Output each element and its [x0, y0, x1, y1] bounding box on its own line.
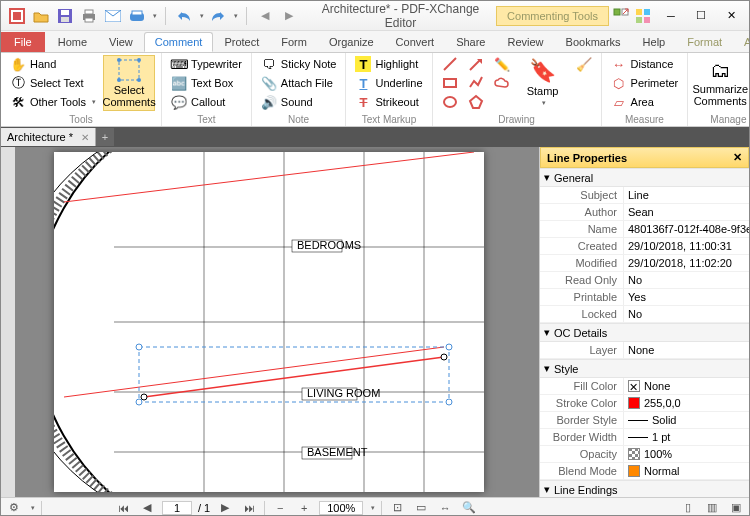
- prop-author-value[interactable]: Sean: [624, 204, 749, 220]
- zoom-input[interactable]: [319, 501, 363, 515]
- scan-icon[interactable]: [127, 6, 147, 26]
- sticky-note-tool[interactable]: 🗨Sticky Note: [258, 55, 340, 73]
- ui-options-icon[interactable]: [633, 6, 653, 26]
- area-tool[interactable]: ▱Area: [608, 93, 682, 111]
- zoom-in-button[interactable]: +: [295, 500, 313, 516]
- section-general[interactable]: ▾ General: [540, 168, 749, 187]
- sound-icon: 🔊: [261, 94, 277, 110]
- stamp-tool[interactable]: 🔖 Stamp▾: [517, 55, 569, 111]
- tab-form[interactable]: Form: [270, 32, 318, 52]
- tab-organize[interactable]: Organize: [318, 32, 385, 52]
- arrow-shape-tool[interactable]: [465, 55, 487, 73]
- prop-borderwidth-value[interactable]: 1 pt: [624, 429, 749, 445]
- nav-back-icon[interactable]: ◀: [255, 6, 275, 26]
- section-endings[interactable]: ▾ Line Endings: [540, 480, 749, 497]
- tab-arrange[interactable]: Arrange: [733, 32, 750, 52]
- distance-tool[interactable]: ↔Distance: [608, 55, 682, 73]
- prop-printable-value[interactable]: Yes: [624, 289, 749, 305]
- prop-stroke-value[interactable]: 255,0,0: [624, 395, 749, 411]
- zoom-out-button[interactable]: −: [271, 500, 289, 516]
- email-icon[interactable]: [103, 6, 123, 26]
- section-style[interactable]: ▾ Style: [540, 359, 749, 378]
- tab-bookmarks[interactable]: Bookmarks: [555, 32, 632, 52]
- polygon-tool[interactable]: [465, 93, 487, 111]
- attach-file-tool[interactable]: 📎Attach File: [258, 74, 340, 92]
- section-oc[interactable]: ▾ OC Details: [540, 323, 749, 342]
- zoom-selection-icon[interactable]: 🔍: [460, 500, 478, 516]
- next-page-button[interactable]: ▶: [216, 500, 234, 516]
- fit-width-icon[interactable]: ↔: [436, 500, 454, 516]
- fit-page-icon[interactable]: ▭: [412, 500, 430, 516]
- prop-locked-value[interactable]: No: [624, 306, 749, 322]
- oval-shape-tool[interactable]: [439, 93, 461, 111]
- layout-single-icon[interactable]: ▯: [679, 500, 697, 516]
- tab-protect[interactable]: Protect: [213, 32, 270, 52]
- prop-name-value[interactable]: 480136f7-012f-408e-9f3e21bf6...: [624, 221, 749, 237]
- close-tab-icon[interactable]: ✕: [81, 132, 89, 143]
- layout-continuous-icon[interactable]: ▥: [703, 500, 721, 516]
- prop-blend-value[interactable]: Normal: [624, 463, 749, 479]
- cloud-tool[interactable]: [491, 74, 513, 92]
- strikeout-tool[interactable]: TStrikeout: [352, 93, 425, 111]
- document-canvas[interactable]: BEDROOMS LIVING ROOM BASEMENT: [15, 147, 523, 497]
- print-icon[interactable]: [79, 6, 99, 26]
- prop-fill-value[interactable]: ✕None: [624, 378, 749, 394]
- prop-opacity-value[interactable]: 100%: [624, 446, 749, 462]
- sound-tool[interactable]: 🔊Sound: [258, 93, 340, 111]
- typewriter-tool[interactable]: ⌨Typewriter: [168, 55, 245, 73]
- prev-page-button[interactable]: ◀: [138, 500, 156, 516]
- prop-borderstyle-value[interactable]: Solid: [624, 412, 749, 428]
- nav-fwd-icon[interactable]: ▶: [279, 6, 299, 26]
- tab-help[interactable]: Help: [632, 32, 677, 52]
- redo-icon[interactable]: [208, 6, 228, 26]
- line-shape-tool[interactable]: [439, 55, 461, 73]
- highlight-tool[interactable]: THighlight: [352, 55, 425, 73]
- fit-actual-icon[interactable]: ⊡: [388, 500, 406, 516]
- tab-review[interactable]: Review: [496, 32, 554, 52]
- pencil-tool[interactable]: ✏️: [491, 55, 513, 73]
- add-tab-button[interactable]: +: [96, 128, 114, 146]
- properties-close-icon[interactable]: ✕: [733, 151, 742, 164]
- vertical-scrollbar[interactable]: [523, 147, 539, 497]
- prop-layer-value[interactable]: None: [624, 342, 749, 358]
- perimeter-tool[interactable]: ⬡Perimeter: [608, 74, 682, 92]
- tab-file[interactable]: File: [1, 32, 45, 52]
- svg-text:BEDROOMS: BEDROOMS: [297, 239, 361, 251]
- launch-app-icon[interactable]: [611, 6, 631, 26]
- tab-convert[interactable]: Convert: [385, 32, 446, 52]
- hand-tool[interactable]: ✋Hand: [7, 55, 99, 73]
- polyline-tool[interactable]: [465, 74, 487, 92]
- eraser-tool[interactable]: 🧹: [573, 55, 595, 73]
- layout-facing-icon[interactable]: ▣: [727, 500, 745, 516]
- tab-share[interactable]: Share: [445, 32, 496, 52]
- minimize-button[interactable]: ─: [657, 6, 685, 26]
- first-page-button[interactable]: ⏮: [114, 500, 132, 516]
- textbox-tool[interactable]: 🔤Text Box: [168, 74, 245, 92]
- tab-view[interactable]: View: [98, 32, 144, 52]
- page-input[interactable]: [162, 501, 192, 515]
- select-comments-tool[interactable]: Select Comments: [103, 55, 155, 111]
- summarize-comments[interactable]: 🗂 Summarize Comments: [694, 55, 746, 111]
- qat-more-icon[interactable]: ▾: [153, 12, 157, 20]
- undo-icon[interactable]: [174, 6, 194, 26]
- redo-dropdown[interactable]: ▾: [234, 12, 238, 20]
- document-tab[interactable]: Architecture * ✕: [1, 128, 96, 146]
- rect-shape-tool[interactable]: [439, 74, 461, 92]
- maximize-button[interactable]: ☐: [687, 6, 715, 26]
- underline-tool[interactable]: TUnderline: [352, 74, 425, 92]
- tab-format[interactable]: Format: [676, 32, 733, 52]
- close-button[interactable]: ✕: [717, 6, 745, 26]
- prop-subject-value[interactable]: Line: [624, 187, 749, 203]
- select-text-label: Select Text: [30, 77, 84, 89]
- tab-home[interactable]: Home: [47, 32, 98, 52]
- select-text-tool[interactable]: ⓉSelect Text: [7, 74, 99, 92]
- callout-tool[interactable]: 💬Callout: [168, 93, 245, 111]
- other-tools[interactable]: 🛠Other Tools▾: [7, 93, 99, 111]
- options-gear-icon[interactable]: ⚙: [5, 500, 23, 516]
- open-icon[interactable]: [31, 6, 51, 26]
- undo-dropdown[interactable]: ▾: [200, 12, 204, 20]
- tab-comment[interactable]: Comment: [144, 32, 214, 52]
- save-icon[interactable]: [55, 6, 75, 26]
- prop-readonly-value[interactable]: No: [624, 272, 749, 288]
- last-page-button[interactable]: ⏭: [240, 500, 258, 516]
